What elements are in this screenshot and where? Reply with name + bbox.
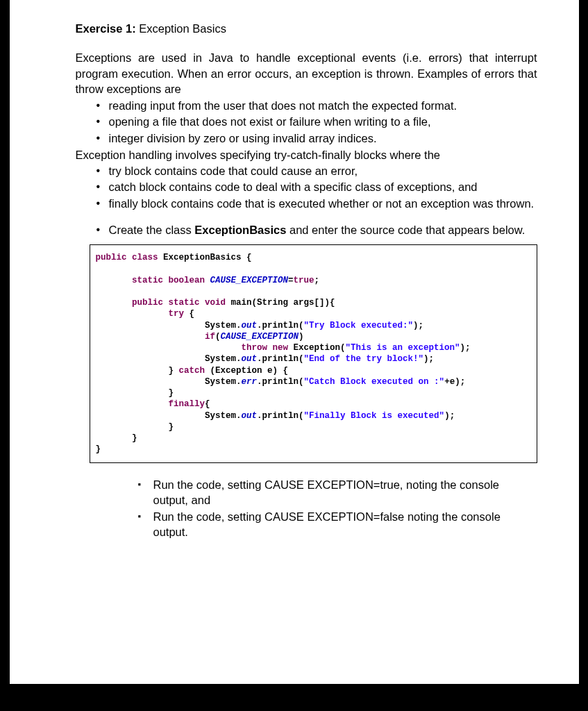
task-item: Create the class ExceptionBasics and ent… xyxy=(96,222,537,237)
code-keyword: if xyxy=(96,332,216,342)
run-steps-list: Run the code, setting CAUSE EXCEPTION=tr… xyxy=(76,477,537,540)
code-text: main(String args[]){ xyxy=(231,298,335,308)
code-text: System. xyxy=(96,377,242,387)
code-out: err xyxy=(242,377,258,387)
code-text: } xyxy=(96,433,137,443)
exercise-heading: Exercise 1: Exception Basics xyxy=(76,21,537,36)
list-item: integer division by zero or using invali… xyxy=(96,131,537,146)
code-keyword: try xyxy=(96,309,185,319)
handling-list: try block contains code that could cause… xyxy=(76,163,537,211)
task-classname: ExceptionBasics xyxy=(194,224,286,236)
code-keyword: true xyxy=(294,276,314,285)
code-text: .println( xyxy=(257,377,304,387)
code-out: out xyxy=(242,411,258,421)
list-item: finally block contains code that is exec… xyxy=(96,196,537,211)
code-text: { xyxy=(205,399,210,409)
code-keyword: public static void xyxy=(96,298,231,308)
code-string: "Try Block executed:" xyxy=(304,321,414,331)
exercise-title: Exception Basics xyxy=(136,22,226,35)
code-text: ExceptionBasics { xyxy=(163,253,252,262)
code-keyword: finally xyxy=(96,399,205,409)
code-text: { xyxy=(184,309,194,319)
code-out: out xyxy=(242,354,258,364)
task-suffix: and enter the source code that appears b… xyxy=(286,224,525,236)
code-constant: CAUSE_EXCEPTION xyxy=(210,276,289,285)
code-text: ); xyxy=(423,354,434,364)
code-keyword: catch xyxy=(179,366,205,376)
code-constant: CAUSE_EXCEPTION xyxy=(221,332,299,342)
code-text: ; xyxy=(314,276,320,285)
list-item: catch block contains code to deal with a… xyxy=(96,179,537,194)
exercise-label: Exercise 1: xyxy=(76,22,136,35)
task-prefix: Create the class xyxy=(109,224,195,236)
code-block: public class ExceptionBasics { static bo… xyxy=(90,244,537,463)
code-keyword: throw new xyxy=(96,343,294,353)
code-text: System. xyxy=(96,354,242,364)
code-text: .println( xyxy=(257,354,304,364)
code-text: } xyxy=(96,366,179,376)
code-string: "This is an exception" xyxy=(346,343,460,353)
code-text: = xyxy=(288,276,294,285)
code-text: ( xyxy=(215,332,221,342)
list-item: reading input from the user that does no… xyxy=(96,98,537,113)
code-text: ) xyxy=(299,332,304,342)
code-string: "End of the try block!" xyxy=(304,354,424,364)
code-string: "Catch Block executed on :" xyxy=(304,377,445,387)
task-list: Create the class ExceptionBasics and ent… xyxy=(76,222,537,237)
code-text: ); xyxy=(444,411,455,421)
code-text: .println( xyxy=(257,321,304,331)
code-text: (Exception e) { xyxy=(205,366,288,376)
list-item: Run the code, setting CAUSE EXCEPTION=tr… xyxy=(138,477,537,508)
list-item: Run the code, setting CAUSE EXCEPTION=fa… xyxy=(138,509,537,540)
code-out: out xyxy=(242,321,258,331)
code-keyword: public class xyxy=(96,253,164,262)
code-string: "Finally Block is executed" xyxy=(304,411,445,421)
code-text: ); xyxy=(413,321,423,331)
code-keyword: static boolean xyxy=(96,276,210,285)
spacer xyxy=(76,212,537,222)
intro-paragraph: Exceptions are used in Java to handle ex… xyxy=(76,50,537,97)
list-item: opening a file that does not exist or fa… xyxy=(96,114,537,129)
code-text: .println( xyxy=(257,411,304,421)
examples-list: reading input from the user that does no… xyxy=(76,98,537,146)
handling-intro: Exception handling involves specifying t… xyxy=(76,147,537,162)
code-text: Exception( xyxy=(294,343,346,353)
list-item: try block contains code that could cause… xyxy=(96,163,537,178)
code-text: System. xyxy=(96,321,242,331)
code-text: } xyxy=(96,444,101,454)
code-text: } xyxy=(96,388,174,398)
code-text: ); xyxy=(460,343,471,353)
code-text: +e); xyxy=(444,377,465,387)
code-text: } xyxy=(96,422,174,432)
code-text: System. xyxy=(96,411,242,421)
document-page: Exercise 1: Exception Basics Exceptions … xyxy=(10,0,579,684)
